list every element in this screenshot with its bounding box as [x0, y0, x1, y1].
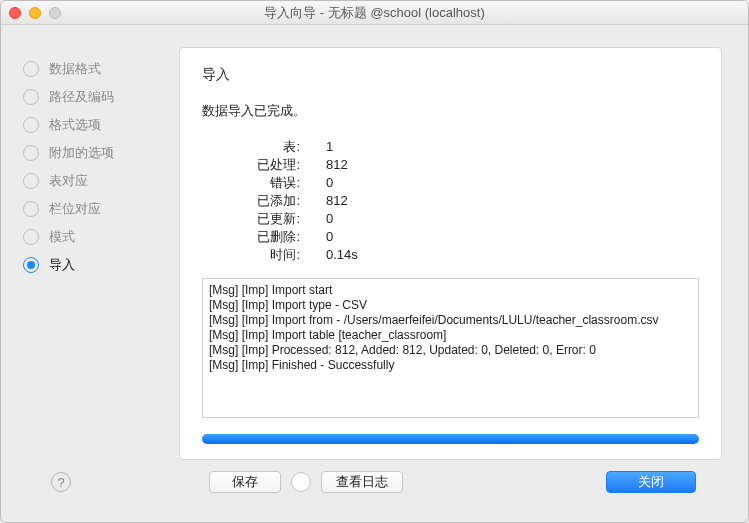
log-line: [Msg] [Imp] Import type - CSV	[209, 298, 692, 313]
window: 导入向导 - 无标题 @school (localhost) 数据格式 路径及编…	[0, 0, 749, 523]
stat-label: 已添加:	[222, 192, 300, 210]
import-stats: 表: 1 已处理: 812 错误: 0 已添加: 812	[202, 138, 699, 264]
step-mode: 模式	[1, 223, 171, 251]
window-title: 导入向导 - 无标题 @school (localhost)	[1, 4, 748, 22]
stat-tables: 表: 1	[222, 138, 699, 156]
save-button[interactable]: 保存	[209, 471, 281, 493]
stat-label: 已更新:	[222, 210, 300, 228]
panel-heading: 导入	[202, 66, 699, 84]
step-label: 附加的选项	[49, 144, 114, 162]
step-label: 格式选项	[49, 116, 101, 134]
view-log-button[interactable]: 查看日志	[321, 471, 403, 493]
radio-icon	[23, 257, 39, 273]
panel-message: 数据导入已完成。	[202, 102, 699, 120]
radio-icon	[23, 145, 39, 161]
stat-time: 时间: 0.14s	[222, 246, 699, 264]
step-table-mapping: 表对应	[1, 167, 171, 195]
stat-label: 已处理:	[222, 156, 300, 174]
stat-value: 0.14s	[300, 246, 358, 264]
window-body: 数据格式 路径及编码 格式选项 附加的选项 表对应 栏位对应	[1, 25, 748, 522]
progress-bar	[202, 434, 699, 444]
toggle-circle[interactable]	[291, 472, 311, 492]
step-label: 导入	[49, 256, 75, 274]
log-line: [Msg] [Imp] Import table [teacher_classr…	[209, 328, 692, 343]
step-additional-options: 附加的选项	[1, 139, 171, 167]
step-label: 栏位对应	[49, 200, 101, 218]
footer: ? 保存 查看日志 关闭	[179, 460, 722, 504]
stat-updated: 已更新: 0	[222, 210, 699, 228]
step-label: 路径及编码	[49, 88, 114, 106]
log-line: [Msg] [Imp] Processed: 812, Added: 812, …	[209, 343, 692, 358]
stat-value: 1	[300, 138, 333, 156]
stat-processed: 已处理: 812	[222, 156, 699, 174]
stat-value: 812	[300, 192, 348, 210]
stat-label: 表:	[222, 138, 300, 156]
step-label: 数据格式	[49, 60, 101, 78]
log-line: [Msg] [Imp] Import from - /Users/maerfei…	[209, 313, 692, 328]
import-log[interactable]: [Msg] [Imp] Import start [Msg] [Imp] Imp…	[202, 278, 699, 418]
stat-label: 已删除:	[222, 228, 300, 246]
main-area: 导入 数据导入已完成。 表: 1 已处理: 812 错误: 0	[171, 25, 748, 522]
radio-icon	[23, 201, 39, 217]
step-format-options: 格式选项	[1, 111, 171, 139]
stat-value: 0	[300, 210, 333, 228]
stat-value: 812	[300, 156, 348, 174]
stat-added: 已添加: 812	[222, 192, 699, 210]
radio-icon	[23, 229, 39, 245]
footer-right: 保存 查看日志 关闭	[209, 471, 696, 493]
log-line: [Msg] [Imp] Finished - Successfully	[209, 358, 692, 373]
titlebar: 导入向导 - 无标题 @school (localhost)	[1, 1, 748, 25]
step-label: 模式	[49, 228, 75, 246]
log-line: [Msg] [Imp] Import start	[209, 283, 692, 298]
radio-icon	[23, 117, 39, 133]
stat-label: 错误:	[222, 174, 300, 192]
radio-icon	[23, 61, 39, 77]
stat-deleted: 已删除: 0	[222, 228, 699, 246]
import-panel: 导入 数据导入已完成。 表: 1 已处理: 812 错误: 0	[179, 47, 722, 460]
stat-errors: 错误: 0	[222, 174, 699, 192]
stat-value: 0	[300, 174, 333, 192]
step-path-encoding: 路径及编码	[1, 83, 171, 111]
step-import: 导入	[1, 251, 171, 279]
close-button[interactable]: 关闭	[606, 471, 696, 493]
stat-value: 0	[300, 228, 333, 246]
step-field-mapping: 栏位对应	[1, 195, 171, 223]
step-data-format: 数据格式	[1, 55, 171, 83]
stat-label: 时间:	[222, 246, 300, 264]
help-button[interactable]: ?	[51, 472, 71, 492]
footer-left: ?	[187, 472, 209, 492]
radio-icon	[23, 89, 39, 105]
radio-icon	[23, 173, 39, 189]
step-label: 表对应	[49, 172, 88, 190]
wizard-steps: 数据格式 路径及编码 格式选项 附加的选项 表对应 栏位对应	[1, 25, 171, 522]
